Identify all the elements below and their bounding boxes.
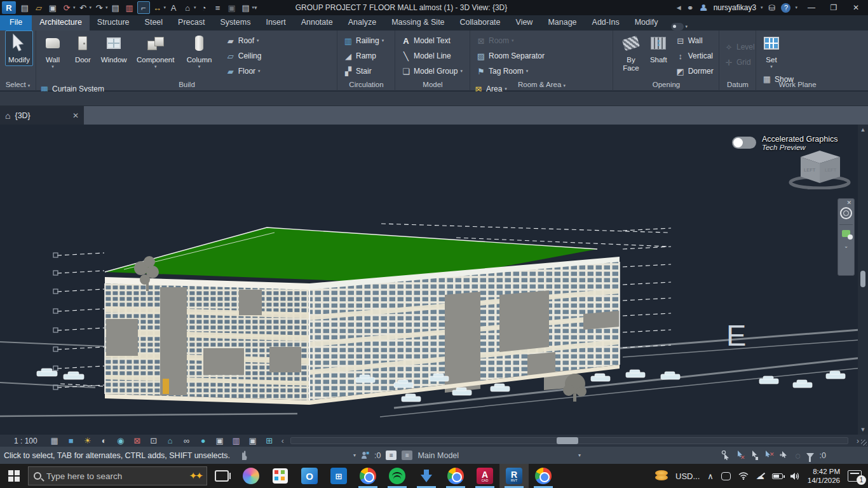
redo-icon[interactable]: ↷ <box>93 1 105 14</box>
set-button[interactable]: Set▾ <box>761 30 782 69</box>
vertical-scroll-thumb[interactable] <box>860 271 865 287</box>
close-button[interactable]: ✕ <box>848 3 864 12</box>
wall-button[interactable]: Wall▾ <box>42 30 64 69</box>
tab-precast[interactable]: Precast <box>170 15 212 30</box>
print-icon[interactable]: ▤ <box>109 1 122 14</box>
store-button[interactable] <box>266 464 295 488</box>
tab-modify[interactable]: Modify <box>627 15 666 30</box>
ramp-button[interactable]: ◢Ramp <box>341 48 386 64</box>
tab-annotate[interactable]: Annotate <box>294 15 341 30</box>
tray-expand-icon[interactable]: ∧ <box>707 471 714 481</box>
spotify-button[interactable] <box>383 464 412 488</box>
properties-icon[interactable]: ▤ <box>18 1 31 14</box>
battery-icon[interactable] <box>772 473 783 479</box>
tab-file[interactable]: File <box>0 15 32 30</box>
outlook-button[interactable]: O <box>295 464 324 488</box>
search-icon[interactable]: ⚭ <box>687 3 694 13</box>
tab-insert[interactable]: Insert <box>258 15 293 30</box>
chrome-button-3[interactable] <box>529 464 558 488</box>
select-pinned-icon[interactable] <box>751 451 759 460</box>
copilot-button[interactable] <box>236 464 266 488</box>
help-icon[interactable]: ? <box>781 3 790 13</box>
worksets-icon[interactable] <box>361 451 369 459</box>
window-button[interactable]: Window <box>101 30 127 64</box>
tab-manage[interactable]: Manage <box>540 15 584 30</box>
view-tab-close-icon[interactable]: ✕ <box>72 111 79 120</box>
search-collapse-icon[interactable]: ◀ <box>677 4 681 11</box>
tab-steel[interactable]: Steel <box>137 15 171 30</box>
navbar-close-icon[interactable]: ✕ <box>846 199 854 206</box>
navbar-expand-icon[interactable]: ⌄ <box>844 243 848 249</box>
shadows-icon[interactable]: ◐ <box>96 435 112 447</box>
undo-icon[interactable]: ↶ <box>77 1 90 14</box>
editable-only-icon[interactable]: ≡ <box>386 451 397 460</box>
detail-level-icon[interactable]: ▦ <box>46 435 63 447</box>
crop-view-icon[interactable]: ⊠ <box>129 435 146 447</box>
design-option-value[interactable]: Main Model <box>417 451 459 460</box>
select-by-face-icon[interactable] <box>780 451 789 460</box>
model-group-button[interactable]: ❏Model Group▾ <box>398 64 465 79</box>
horizontal-scroll-thumb[interactable] <box>557 437 578 444</box>
view-tab-3d[interactable]: ⌂ {3D} ✕ <box>0 106 84 125</box>
sync-caret[interactable]: ▾ <box>73 5 76 10</box>
cart-icon[interactable]: ⛁ <box>769 3 776 13</box>
sun-settings-icon[interactable]: ☀ <box>79 435 96 447</box>
view-cube[interactable]: LEFT LEFT <box>787 147 853 189</box>
panel-label-select[interactable]: Select ▾ <box>0 81 36 90</box>
model-line-button[interactable]: ╲Model Line <box>398 48 465 64</box>
tab-view[interactable]: View <box>508 15 541 30</box>
measure-icon[interactable]: ⌐ <box>137 1 150 14</box>
panel-label-room-area[interactable]: Room & Area ▾ <box>471 81 613 90</box>
zoom-tool-icon[interactable] <box>842 230 850 237</box>
select-underlay-icon[interactable]: ✕ <box>736 451 745 460</box>
analytical-model-icon[interactable]: ▥ <box>228 435 245 447</box>
design-options-icon[interactable]: ≡ <box>402 451 412 460</box>
locked-view-icon[interactable]: ▣ <box>245 435 261 447</box>
navigation-bar[interactable]: ✕ ⌄ <box>837 198 855 276</box>
currency-app-icon[interactable] <box>655 469 668 483</box>
undo-caret[interactable]: ▾ <box>90 5 92 10</box>
app-blue-button[interactable]: ⊞ <box>324 464 353 488</box>
dimension-caret[interactable]: ▾ <box>164 5 166 10</box>
restore-button[interactable]: ❐ <box>825 3 842 12</box>
shaft-button[interactable]: Shaft <box>648 30 669 64</box>
model-text-button[interactable]: AModel Text <box>398 33 465 48</box>
meet-now-icon[interactable] <box>721 472 731 480</box>
scroll-right-icon[interactable]: › <box>857 437 859 445</box>
close-inactive-icon[interactable]: ▣ <box>226 1 238 14</box>
door-button[interactable]: Door <box>72 30 93 64</box>
section-icon[interactable]: ◔ <box>198 1 210 14</box>
render-icon[interactable]: ◉ <box>112 435 129 447</box>
ribbon-display-toggle[interactable]: ▾ <box>671 23 688 30</box>
start-button[interactable] <box>0 464 28 488</box>
room-separator-button[interactable]: ▨Room Separator <box>473 48 551 64</box>
scroll-up-icon[interactable]: ▲ <box>858 126 868 133</box>
wall-opening-button[interactable]: ⊟Wall <box>673 33 716 48</box>
stair-button[interactable]: ▞Stair <box>341 64 386 79</box>
drawing-area[interactable]: E Accelerated Graphics Tech Preview LEFT… <box>0 125 868 435</box>
camera-view-icon[interactable]: ⌂ <box>162 435 179 447</box>
railing-button[interactable]: ▥Railing▾ <box>341 33 386 48</box>
elevation-marker-e[interactable]: E <box>726 318 746 352</box>
taskbar-clock[interactable]: 8:42 PM 14/1/2026 <box>808 467 840 485</box>
task-view-button[interactable] <box>207 464 236 488</box>
column-button[interactable]: Column▾ <box>187 30 212 69</box>
floor-button[interactable]: ▰Floor▾ <box>223 64 270 79</box>
text-icon[interactable]: A <box>167 1 180 14</box>
aligned-dimension-icon[interactable]: ↔ <box>151 1 164 14</box>
accelerated-graphics-toggle[interactable] <box>732 137 756 149</box>
select-links-icon[interactable] <box>721 451 730 460</box>
thin-lines-icon[interactable]: ≡ <box>212 1 224 14</box>
notification-center-icon[interactable]: 1 <box>848 470 862 482</box>
ceiling-button[interactable]: ▱Ceiling <box>223 48 270 64</box>
scroll-left-icon[interactable]: ‹ <box>281 437 284 445</box>
displacement-icon[interactable]: ⊞ <box>261 435 278 447</box>
minimize-button[interactable]: — <box>803 3 820 12</box>
steering-wheel-icon[interactable] <box>840 207 852 219</box>
sync-icon[interactable]: ⟳ <box>60 1 73 14</box>
user-caret[interactable]: ▾ <box>761 5 763 10</box>
tab-analyze[interactable]: Analyze <box>341 15 384 30</box>
save-icon[interactable]: ▣ <box>46 1 59 14</box>
resize-grip[interactable] <box>861 440 867 445</box>
vertical-scrollbar[interactable]: ▲ ▼ <box>858 125 868 435</box>
